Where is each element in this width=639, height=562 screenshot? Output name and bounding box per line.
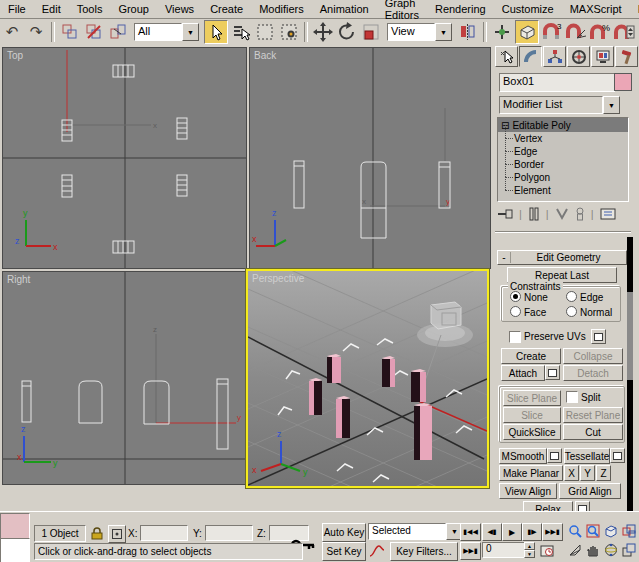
reference-coordinate-system-dropdown[interactable]: View ▼ xyxy=(387,23,452,41)
menu-views[interactable]: Views xyxy=(157,2,202,16)
make-planar-y-button[interactable]: Y xyxy=(580,465,595,481)
angle-snap-magnet-icon[interactable] xyxy=(565,21,587,43)
make-planar-z-button[interactable]: Z xyxy=(596,465,611,481)
cut-button[interactable]: Cut xyxy=(563,424,623,440)
preserve-uvs-checkbox[interactable]: Preserve UVs xyxy=(509,329,606,344)
tab-hierarchy-icon[interactable] xyxy=(543,46,566,67)
menu-file[interactable]: File xyxy=(0,2,34,16)
menu-help[interactable]: Help xyxy=(630,2,639,16)
current-frame-field[interactable]: 0 xyxy=(482,542,527,558)
time-configuration-icon[interactable] xyxy=(538,542,555,558)
menu-edit[interactable]: Edit xyxy=(34,2,69,16)
mirror-icon[interactable] xyxy=(457,21,479,43)
pin-stack-icon[interactable] xyxy=(497,207,513,221)
constraint-face-radio[interactable]: Face xyxy=(510,306,546,318)
viewport-top[interactable]: Top x y x xyxy=(2,47,247,269)
redo-icon[interactable]: ↷ xyxy=(25,21,47,43)
slice-plane-button[interactable]: Slice Plane xyxy=(503,390,561,406)
menu-maxscript[interactable]: MAXScript xyxy=(562,2,630,16)
detach-button[interactable]: Detach xyxy=(563,365,623,381)
rollout-collapse-icon[interactable]: - xyxy=(498,252,511,263)
tab-create-icon[interactable] xyxy=(495,46,518,67)
stack-item-polygon[interactable]: Polygon xyxy=(498,171,628,184)
constraint-edge-radio[interactable]: Edge xyxy=(566,291,603,303)
panel-scrollbar-thumb[interactable] xyxy=(627,292,633,380)
spinner-down-icon[interactable]: ▼ xyxy=(524,550,535,558)
create-button[interactable]: Create xyxy=(501,348,561,364)
maxscript-mini-listener-pink[interactable] xyxy=(0,513,30,539)
auto-key-button[interactable]: Auto Key xyxy=(322,523,366,542)
view-align-button[interactable]: View Align xyxy=(499,483,557,499)
tessellate-button[interactable]: Tessellate xyxy=(564,448,610,464)
default-tangent-curve-icon[interactable] xyxy=(368,542,386,559)
configure-modifier-sets-icon[interactable] xyxy=(600,207,618,221)
attach-button[interactable]: Attach xyxy=(501,365,545,381)
select-object-icon[interactable] xyxy=(204,20,228,44)
viewport-top-label[interactable]: Top xyxy=(7,50,23,61)
stack-item-element[interactable]: Element xyxy=(498,184,628,197)
zoom-extents-icon[interactable] xyxy=(602,523,619,539)
stack-item-border[interactable]: Border xyxy=(498,158,628,171)
snaps-toggle-icon[interactable] xyxy=(515,20,539,44)
zoom-extents-all-icon[interactable] xyxy=(620,523,637,539)
select-and-rotate-icon[interactable] xyxy=(336,21,358,43)
unlink-selection-icon[interactable] xyxy=(83,21,105,43)
stack-item-edge[interactable]: Edge xyxy=(498,145,628,158)
spinner-snap-magnet-icon[interactable] xyxy=(613,21,635,43)
select-and-link-icon[interactable] xyxy=(59,21,81,43)
object-name-field[interactable]: Box01 xyxy=(499,73,615,92)
tessellate-settings-icon[interactable] xyxy=(610,448,625,463)
zoom-icon[interactable] xyxy=(566,523,583,539)
viewport-perspective[interactable]: Perspective xyxy=(246,269,489,488)
remove-modifier-icon[interactable] xyxy=(575,207,585,221)
selection-filter-dropdown[interactable]: All ▼ xyxy=(134,23,199,41)
quickslice-button[interactable]: QuickSlice xyxy=(503,424,561,440)
menu-tools[interactable]: Tools xyxy=(69,2,111,16)
stack-item-vertex[interactable]: Vertex xyxy=(498,132,628,145)
rectangular-selection-region-icon[interactable] xyxy=(254,21,276,43)
min-max-toggle-icon[interactable] xyxy=(620,542,637,558)
snap-3d-magnet-icon[interactable]: 3 xyxy=(541,21,563,43)
menu-animation[interactable]: Animation xyxy=(312,2,377,16)
frame-spinner[interactable]: ▲ ▼ xyxy=(524,542,535,558)
maxscript-mini-listener-white[interactable] xyxy=(0,538,30,562)
stack-root-row[interactable]: ⊟ Editable Poly xyxy=(498,118,628,132)
select-and-move-icon[interactable] xyxy=(312,21,334,43)
msmooth-button[interactable]: MSmooth xyxy=(499,448,547,464)
x-coordinate-field[interactable] xyxy=(140,525,188,541)
msmooth-settings-icon[interactable] xyxy=(547,448,562,463)
viewport-right-label[interactable]: Right xyxy=(7,274,30,285)
make-unique-icon[interactable] xyxy=(555,207,569,221)
dropdown-arrow-icon[interactable]: ▼ xyxy=(603,96,620,114)
dropdown-arrow-icon[interactable]: ▼ xyxy=(182,23,199,41)
absolute-mode-transform-icon[interactable] xyxy=(108,525,126,543)
dropdown-arrow-icon[interactable]: ▼ xyxy=(435,23,452,41)
bind-to-space-warp-icon[interactable] xyxy=(107,21,129,43)
collapse-button[interactable]: Collapse xyxy=(563,348,623,364)
viewport-back[interactable]: Back x y z x xyxy=(249,47,491,269)
show-end-result-icon[interactable] xyxy=(528,207,540,221)
field-of-view-icon[interactable] xyxy=(566,542,583,558)
viewport-right[interactable]: Right z y z y x xyxy=(2,271,247,485)
pan-hand-icon[interactable] xyxy=(584,542,601,558)
select-by-name-icon[interactable] xyxy=(230,21,252,43)
set-key-button[interactable]: Set Key xyxy=(322,542,366,561)
percent-snap-magnet-icon[interactable]: % xyxy=(589,21,611,43)
y-coordinate-field[interactable] xyxy=(205,525,253,541)
tab-modify-icon[interactable] xyxy=(519,46,542,67)
key-mode-toggle-icon[interactable]: ▶▶▮ xyxy=(460,542,481,560)
zoom-all-icon[interactable] xyxy=(584,523,601,539)
viewport-perspective-label[interactable]: Perspective xyxy=(252,273,304,284)
menu-group[interactable]: Group xyxy=(110,2,157,16)
object-color-swatch[interactable] xyxy=(614,73,632,91)
grid-align-button[interactable]: Grid Align xyxy=(559,483,621,499)
menu-rendering[interactable]: Rendering xyxy=(427,2,494,16)
key-filters-button[interactable]: Key Filters... xyxy=(390,542,458,561)
slice-button[interactable]: Slice xyxy=(503,407,561,423)
attach-settings-icon[interactable] xyxy=(545,365,560,380)
selection-lock-icon[interactable] xyxy=(89,525,105,541)
make-planar-button[interactable]: Make Planar xyxy=(499,465,563,481)
key-filter-selection-dropdown[interactable]: Selected ▼ xyxy=(368,523,463,540)
make-planar-x-button[interactable]: X xyxy=(564,465,579,481)
undo-icon[interactable]: ↶ xyxy=(1,21,23,43)
